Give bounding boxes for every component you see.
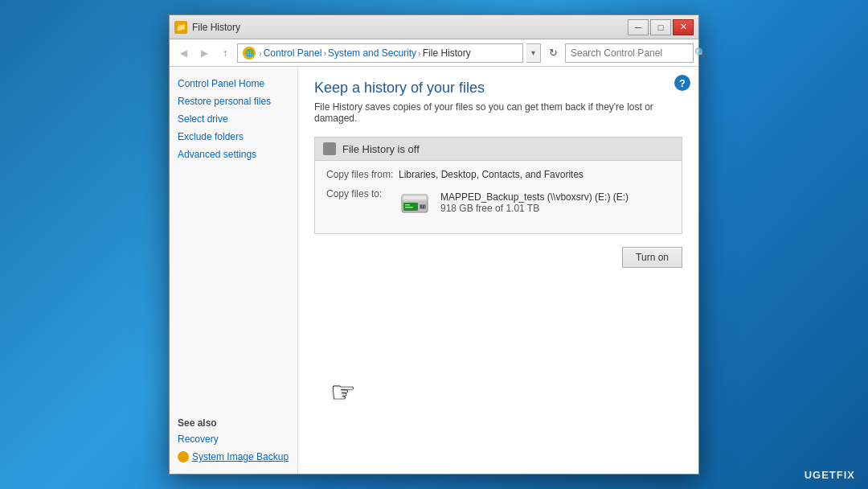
search-box[interactable]: 🔍 xyxy=(565,43,694,63)
address-dropdown-button[interactable]: ▾ xyxy=(526,43,541,63)
turn-on-button[interactable]: Turn on xyxy=(622,247,682,268)
drive-info: MAPPED_Backup_tests (\\vboxsrv) (E:) (E:… xyxy=(440,191,628,214)
status-text: File History is off xyxy=(342,143,420,155)
svg-rect-2 xyxy=(403,196,426,199)
copy-from-label: Copy files from: xyxy=(326,169,399,180)
breadcrumb: 🌐 › Control Panel › System and Security … xyxy=(243,47,518,60)
sidebar-select-drive[interactable]: Select drive xyxy=(178,113,289,125)
search-input[interactable] xyxy=(571,47,691,59)
breadcrumb-icon: 🌐 xyxy=(243,47,256,60)
sidebar-system-image-backup-label: System Image Backup xyxy=(192,451,289,462)
title-bar-buttons: ─ □ ✕ xyxy=(628,19,694,35)
breadcrumb-control-panel[interactable]: Control Panel xyxy=(264,47,322,59)
drive-space: 918 GB free of 1.01 TB xyxy=(440,203,628,214)
sidebar-advanced-settings[interactable]: Advanced settings xyxy=(178,149,289,160)
help-button[interactable]: ? xyxy=(674,75,690,91)
svg-rect-5 xyxy=(405,207,413,208)
status-header: File History is off xyxy=(315,138,682,161)
minimize-button[interactable]: ─ xyxy=(628,19,649,35)
search-icon[interactable]: 🔍 xyxy=(694,47,706,59)
sidebar-exclude-folders[interactable]: Exclude folders xyxy=(178,131,289,142)
refresh-button[interactable]: ↻ xyxy=(544,44,562,62)
system-image-backup-icon xyxy=(178,451,189,462)
copy-to-label: Copy files to: xyxy=(326,188,399,199)
address-field[interactable]: 🌐 › Control Panel › System and Security … xyxy=(237,43,523,63)
sidebar: Control Panel Home Restore personal file… xyxy=(170,67,298,474)
file-history-window: 📁 File History ─ □ ✕ ◀ ▶ ↑ 🌐 › Control P… xyxy=(169,14,699,475)
svg-rect-4 xyxy=(405,204,410,206)
copy-from-row: Copy files from: Libraries, Desktop, Con… xyxy=(326,169,670,180)
copy-to-row: Copy files to: xyxy=(326,188,670,217)
svg-rect-8 xyxy=(423,205,424,208)
main-panel: ? Keep a history of your files File Hist… xyxy=(298,67,698,474)
drive-icon xyxy=(399,188,431,217)
sidebar-system-image-backup[interactable]: System Image Backup xyxy=(178,451,289,462)
status-body: Copy files from: Libraries, Desktop, Con… xyxy=(315,161,682,233)
up-button[interactable]: ↑ xyxy=(216,44,234,62)
close-button[interactable]: ✕ xyxy=(673,19,694,35)
turn-on-row: Turn on xyxy=(314,247,682,268)
sidebar-see-also-section: See also Recovery System Image Backup xyxy=(178,417,289,462)
sidebar-restore-personal-files[interactable]: Restore personal files xyxy=(178,96,289,107)
file-history-status-icon xyxy=(323,142,336,155)
title-bar: 📁 File History ─ □ ✕ xyxy=(170,15,698,39)
watermark: UGETFIX xyxy=(805,469,855,481)
copy-from-value: Libraries, Desktop, Contacts, and Favori… xyxy=(399,169,583,180)
window-icon: 📁 xyxy=(174,21,187,34)
sidebar-control-panel-home[interactable]: Control Panel Home xyxy=(178,78,289,89)
drive-row: MAPPED_Backup_tests (\\vboxsrv) (E:) (E:… xyxy=(399,188,628,217)
address-bar: ◀ ▶ ↑ 🌐 › Control Panel › System and Sec… xyxy=(170,39,698,67)
maximize-button[interactable]: □ xyxy=(650,19,671,35)
forward-button[interactable]: ▶ xyxy=(195,44,213,62)
breadcrumb-system-security[interactable]: System and Security xyxy=(328,47,416,59)
window-title: File History xyxy=(192,22,628,33)
status-box: File History is off Copy files from: Lib… xyxy=(314,137,682,234)
sidebar-recovery[interactable]: Recovery xyxy=(178,434,289,445)
breadcrumb-file-history: File History xyxy=(423,47,471,59)
see-also-title: See also xyxy=(178,417,289,429)
drive-name: MAPPED_Backup_tests (\\vboxsrv) (E:) (E:… xyxy=(440,191,628,203)
page-subtitle: File History saves copies of your files … xyxy=(314,101,682,124)
page-title: Keep a history of your files xyxy=(314,80,682,97)
back-button[interactable]: ◀ xyxy=(174,44,192,62)
svg-rect-7 xyxy=(420,205,422,208)
content-area: Control Panel Home Restore personal file… xyxy=(170,67,698,474)
